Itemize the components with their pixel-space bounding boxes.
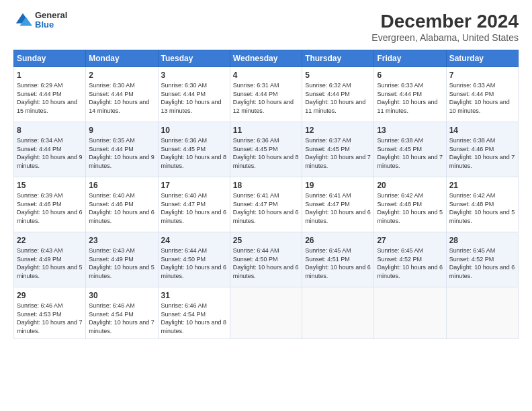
week-row-4: 22Sunrise: 6:43 AMSunset: 4:49 PMDayligh… bbox=[14, 232, 519, 287]
day-number: 24 bbox=[161, 236, 227, 245]
calendar-page: General Blue December 2024 Evergreen, Al… bbox=[0, 0, 532, 411]
calendar-cell: 17Sunrise: 6:40 AMSunset: 4:47 PMDayligh… bbox=[158, 177, 230, 232]
cell-content: Sunrise: 6:41 AMSunset: 4:47 PMDaylight:… bbox=[233, 191, 299, 225]
cell-content: Sunrise: 6:42 AMSunset: 4:48 PMDaylight:… bbox=[377, 191, 443, 225]
calendar-cell bbox=[374, 287, 446, 339]
calendar-cell: 29Sunrise: 6:46 AMSunset: 4:53 PMDayligh… bbox=[14, 287, 86, 339]
cell-content: Sunrise: 6:34 AMSunset: 4:44 PMDaylight:… bbox=[17, 136, 83, 170]
day-number: 28 bbox=[449, 236, 515, 245]
day-number: 3 bbox=[161, 71, 227, 80]
day-number: 20 bbox=[377, 181, 443, 190]
week-row-1: 1Sunrise: 6:29 AMSunset: 4:44 PMDaylight… bbox=[14, 67, 519, 122]
cell-content: Sunrise: 6:42 AMSunset: 4:48 PMDaylight:… bbox=[449, 191, 515, 225]
day-number: 6 bbox=[377, 71, 443, 80]
cell-content: Sunrise: 6:45 AMSunset: 4:51 PMDaylight:… bbox=[305, 246, 371, 280]
day-number: 14 bbox=[449, 126, 515, 135]
calendar-cell: 7Sunrise: 6:33 AMSunset: 4:44 PMDaylight… bbox=[446, 67, 518, 122]
day-number: 23 bbox=[89, 236, 154, 245]
day-number: 16 bbox=[89, 181, 154, 190]
day-number: 9 bbox=[89, 126, 154, 135]
calendar-cell: 11Sunrise: 6:36 AMSunset: 4:45 PMDayligh… bbox=[230, 122, 302, 177]
day-number: 8 bbox=[17, 126, 83, 135]
day-number: 22 bbox=[17, 236, 83, 245]
day-number: 17 bbox=[161, 181, 227, 190]
calendar-cell: 30Sunrise: 6:46 AMSunset: 4:54 PMDayligh… bbox=[86, 287, 158, 339]
cell-content: Sunrise: 6:45 AMSunset: 4:52 PMDaylight:… bbox=[449, 246, 515, 280]
logo-blue-text: Blue bbox=[35, 20, 67, 30]
cell-content: Sunrise: 6:46 AMSunset: 4:54 PMDaylight:… bbox=[89, 302, 154, 335]
calendar-cell: 1Sunrise: 6:29 AMSunset: 4:44 PMDaylight… bbox=[14, 67, 86, 122]
week-row-2: 8Sunrise: 6:34 AMSunset: 4:44 PMDaylight… bbox=[14, 122, 519, 177]
day-number: 4 bbox=[233, 71, 299, 80]
cell-content: Sunrise: 6:32 AMSunset: 4:44 PMDaylight:… bbox=[305, 81, 371, 115]
cell-content: Sunrise: 6:40 AMSunset: 4:47 PMDaylight:… bbox=[161, 191, 227, 225]
cell-content: Sunrise: 6:35 AMSunset: 4:44 PMDaylight:… bbox=[89, 136, 154, 170]
header-row: Sunday Monday Tuesday Wednesday Thursday… bbox=[14, 50, 519, 67]
day-number: 5 bbox=[305, 71, 371, 80]
calendar-cell: 19Sunrise: 6:41 AMSunset: 4:47 PMDayligh… bbox=[302, 177, 374, 232]
calendar-cell bbox=[230, 287, 302, 339]
calendar-cell: 25Sunrise: 6:44 AMSunset: 4:50 PMDayligh… bbox=[230, 232, 302, 287]
cell-content: Sunrise: 6:43 AMSunset: 4:49 PMDaylight:… bbox=[17, 246, 83, 280]
subtitle: Evergreen, Alabama, United States bbox=[371, 32, 519, 43]
calendar-cell: 13Sunrise: 6:38 AMSunset: 4:45 PMDayligh… bbox=[374, 122, 446, 177]
day-number: 18 bbox=[233, 181, 299, 190]
calendar-cell: 14Sunrise: 6:38 AMSunset: 4:46 PMDayligh… bbox=[446, 122, 518, 177]
cell-content: Sunrise: 6:45 AMSunset: 4:52 PMDaylight:… bbox=[377, 246, 443, 280]
day-number: 7 bbox=[449, 71, 515, 80]
day-number: 13 bbox=[377, 126, 443, 135]
cell-content: Sunrise: 6:30 AMSunset: 4:44 PMDaylight:… bbox=[89, 81, 154, 115]
header-saturday: Saturday bbox=[446, 50, 518, 67]
calendar-cell: 8Sunrise: 6:34 AMSunset: 4:44 PMDaylight… bbox=[14, 122, 86, 177]
main-title: December 2024 bbox=[371, 11, 519, 32]
day-number: 12 bbox=[305, 126, 371, 135]
cell-content: Sunrise: 6:33 AMSunset: 4:44 PMDaylight:… bbox=[449, 81, 515, 115]
calendar-cell: 24Sunrise: 6:44 AMSunset: 4:50 PMDayligh… bbox=[158, 232, 230, 287]
cell-content: Sunrise: 6:44 AMSunset: 4:50 PMDaylight:… bbox=[233, 246, 299, 280]
day-number: 26 bbox=[305, 236, 371, 245]
cell-content: Sunrise: 6:29 AMSunset: 4:44 PMDaylight:… bbox=[17, 81, 83, 115]
header-tuesday: Tuesday bbox=[158, 50, 230, 67]
cell-content: Sunrise: 6:46 AMSunset: 4:54 PMDaylight:… bbox=[161, 302, 227, 335]
cell-content: Sunrise: 6:37 AMSunset: 4:45 PMDaylight:… bbox=[305, 136, 371, 170]
calendar-cell: 28Sunrise: 6:45 AMSunset: 4:52 PMDayligh… bbox=[446, 232, 518, 287]
calendar-cell: 5Sunrise: 6:32 AMSunset: 4:44 PMDaylight… bbox=[302, 67, 374, 122]
calendar-cell: 20Sunrise: 6:42 AMSunset: 4:48 PMDayligh… bbox=[374, 177, 446, 232]
cell-content: Sunrise: 6:31 AMSunset: 4:44 PMDaylight:… bbox=[233, 81, 299, 115]
day-number: 10 bbox=[161, 126, 227, 135]
header-wednesday: Wednesday bbox=[230, 50, 302, 67]
header-monday: Monday bbox=[86, 50, 158, 67]
calendar-cell: 23Sunrise: 6:43 AMSunset: 4:49 PMDayligh… bbox=[86, 232, 158, 287]
day-number: 31 bbox=[161, 291, 227, 300]
calendar-cell: 26Sunrise: 6:45 AMSunset: 4:51 PMDayligh… bbox=[302, 232, 374, 287]
calendar-cell: 16Sunrise: 6:40 AMSunset: 4:46 PMDayligh… bbox=[86, 177, 158, 232]
cell-content: Sunrise: 6:43 AMSunset: 4:49 PMDaylight:… bbox=[89, 246, 154, 280]
cell-content: Sunrise: 6:38 AMSunset: 4:45 PMDaylight:… bbox=[377, 136, 443, 170]
day-number: 25 bbox=[233, 236, 299, 245]
calendar-header: Sunday Monday Tuesday Wednesday Thursday… bbox=[14, 50, 519, 67]
cell-content: Sunrise: 6:39 AMSunset: 4:46 PMDaylight:… bbox=[17, 191, 83, 225]
day-number: 2 bbox=[89, 71, 154, 80]
day-number: 1 bbox=[17, 71, 83, 80]
cell-content: Sunrise: 6:36 AMSunset: 4:45 PMDaylight:… bbox=[161, 136, 227, 170]
week-row-3: 15Sunrise: 6:39 AMSunset: 4:46 PMDayligh… bbox=[14, 177, 519, 232]
calendar-cell: 27Sunrise: 6:45 AMSunset: 4:52 PMDayligh… bbox=[374, 232, 446, 287]
calendar-cell: 2Sunrise: 6:30 AMSunset: 4:44 PMDaylight… bbox=[86, 67, 158, 122]
calendar-cell: 6Sunrise: 6:33 AMSunset: 4:44 PMDaylight… bbox=[374, 67, 446, 122]
calendar-cell: 18Sunrise: 6:41 AMSunset: 4:47 PMDayligh… bbox=[230, 177, 302, 232]
day-number: 21 bbox=[449, 181, 515, 190]
day-number: 15 bbox=[17, 181, 83, 190]
calendar-cell: 4Sunrise: 6:31 AMSunset: 4:44 PMDaylight… bbox=[230, 67, 302, 122]
day-number: 29 bbox=[17, 291, 83, 300]
calendar-cell: 9Sunrise: 6:35 AMSunset: 4:44 PMDaylight… bbox=[86, 122, 158, 177]
header-sunday: Sunday bbox=[14, 50, 86, 67]
calendar-cell: 3Sunrise: 6:30 AMSunset: 4:44 PMDaylight… bbox=[158, 67, 230, 122]
cell-content: Sunrise: 6:30 AMSunset: 4:44 PMDaylight:… bbox=[161, 81, 227, 115]
header: General Blue December 2024 Evergreen, Al… bbox=[13, 11, 519, 43]
day-number: 19 bbox=[305, 181, 371, 190]
title-area: December 2024 Evergreen, Alabama, United… bbox=[371, 11, 519, 43]
calendar-cell: 22Sunrise: 6:43 AMSunset: 4:49 PMDayligh… bbox=[14, 232, 86, 287]
cell-content: Sunrise: 6:40 AMSunset: 4:46 PMDaylight:… bbox=[89, 191, 154, 225]
logo-icon bbox=[13, 11, 32, 30]
cell-content: Sunrise: 6:41 AMSunset: 4:47 PMDaylight:… bbox=[305, 191, 371, 225]
